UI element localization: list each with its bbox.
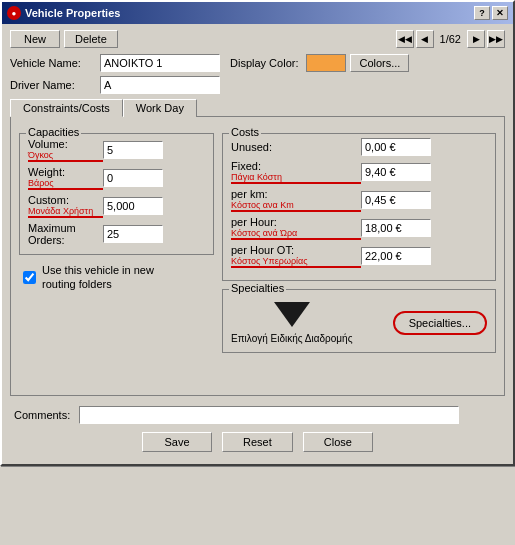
checkbox-row: Use this vehicle in newrouting folders: [23, 263, 214, 292]
delete-button[interactable]: Delete: [64, 30, 118, 48]
per-hour-input[interactable]: [361, 219, 431, 237]
costs-group-label: Costs: [229, 126, 261, 138]
specialties-group-label: Specialties: [229, 282, 286, 294]
save-button[interactable]: Save: [142, 432, 212, 452]
toolbar-left: New Delete: [10, 30, 118, 48]
tabs-bar: Constraints/Costs Work Day: [10, 98, 505, 116]
per-km-row: per km: Κόστος ανα Κm: [231, 188, 487, 212]
arrow-label: Επιλογή Ειδικής Διαδρομής: [231, 302, 352, 344]
volume-row: Volume: Όγκος: [28, 138, 205, 162]
reset-button[interactable]: Reset: [222, 432, 293, 452]
window-title: Vehicle Properties: [25, 7, 120, 19]
unused-label: Unused:: [231, 141, 361, 153]
weight-row: Weight: Βάρος: [28, 166, 205, 190]
unused-row: Unused:: [231, 138, 487, 156]
bottom-bar: Save Reset Close: [10, 424, 505, 458]
arrow-icon: [274, 302, 310, 327]
colors-button[interactable]: Colors...: [350, 54, 409, 72]
close-button[interactable]: Close: [303, 432, 373, 452]
specialties-arrow-label: Επιλογή Ειδικής Διαδρομής: [231, 333, 352, 344]
unused-input[interactable]: [361, 138, 431, 156]
tab-work-day[interactable]: Work Day: [123, 99, 197, 117]
per-km-label: per km: Κόστος ανα Κm: [231, 188, 361, 212]
specialties-group: Specialties Επιλογή Ειδικής Διαδρομής Sp…: [222, 289, 496, 353]
driver-name-row: Driver Name:: [10, 76, 505, 94]
comments-label: Comments:: [14, 409, 79, 421]
max-orders-label: Maximum Orders:: [28, 222, 103, 246]
title-buttons: ? ✕: [474, 6, 508, 20]
per-hour-ot-row: per Hour OT: Κόστος Υπερωρίας: [231, 244, 487, 268]
driver-name-input[interactable]: [100, 76, 220, 94]
volume-input[interactable]: [103, 141, 163, 159]
close-window-button[interactable]: ✕: [492, 6, 508, 20]
per-hour-ot-label: per Hour OT: Κόστος Υπερωρίας: [231, 244, 361, 268]
display-color-label: Display Color:: [230, 57, 298, 69]
driver-name-label: Driver Name:: [10, 79, 100, 91]
per-hour-ot-input[interactable]: [361, 247, 431, 265]
nav-last-button[interactable]: ▶▶: [487, 30, 505, 48]
max-orders-row: Maximum Orders:: [28, 222, 205, 246]
specialties-content: Επιλογή Ειδικής Διαδρομής Specialties...: [231, 294, 487, 344]
color-swatch[interactable]: [306, 54, 346, 72]
nav-prev-button[interactable]: ◀: [416, 30, 434, 48]
fixed-label: Fixed: Πάγια Κόστη: [231, 160, 361, 184]
tab-content: Capacities Volume: Όγκος Weight: Βά: [10, 116, 505, 396]
specialties-button[interactable]: Specialties...: [393, 311, 487, 335]
nav-controls: ◀◀ ◀ 1/62 ▶ ▶▶: [396, 30, 505, 48]
costs-group: Costs Unused: Fixed: Πάγι: [222, 133, 496, 281]
max-orders-input[interactable]: [103, 225, 163, 243]
per-hour-label: per Hour: Κόστος ανά Ώρα: [231, 216, 361, 240]
per-km-input[interactable]: [361, 191, 431, 209]
new-button[interactable]: New: [10, 30, 60, 48]
content-area: New Delete ◀◀ ◀ 1/62 ▶ ▶▶ Vehicle Name: …: [2, 24, 513, 464]
per-hour-row: per Hour: Κόστος ανά Ώρα: [231, 216, 487, 240]
routing-checkbox-label: Use this vehicle in newrouting folders: [42, 263, 154, 292]
fixed-row: Fixed: Πάγια Κόστη: [231, 160, 487, 184]
two-column-layout: Capacities Volume: Όγκος Weight: Βά: [19, 125, 496, 353]
window-icon: ●: [7, 6, 21, 20]
weight-label: Weight: Βάρος: [28, 166, 103, 190]
routing-checkbox[interactable]: [23, 271, 36, 284]
left-column: Capacities Volume: Όγκος Weight: Βά: [19, 125, 214, 353]
comments-input[interactable]: [79, 406, 459, 424]
vehicle-name-label: Vehicle Name:: [10, 57, 100, 69]
nav-next-button[interactable]: ▶: [467, 30, 485, 48]
comments-row: Comments:: [14, 406, 505, 424]
custom-input[interactable]: [103, 197, 163, 215]
help-button[interactable]: ?: [474, 6, 490, 20]
title-bar: ● Vehicle Properties ? ✕: [2, 2, 513, 24]
custom-label: Custom: Μονάδα Χρήστη: [28, 194, 103, 218]
title-bar-left: ● Vehicle Properties: [7, 6, 120, 20]
volume-label: Volume: Όγκος: [28, 138, 103, 162]
weight-input[interactable]: [103, 169, 163, 187]
tab-constraints-costs[interactable]: Constraints/Costs: [10, 99, 123, 117]
vehicle-name-row: Vehicle Name: Display Color: Colors...: [10, 54, 505, 72]
right-column: Costs Unused: Fixed: Πάγι: [222, 125, 496, 353]
custom-row: Custom: Μονάδα Χρήστη: [28, 194, 205, 218]
toolbar: New Delete ◀◀ ◀ 1/62 ▶ ▶▶: [10, 30, 505, 48]
nav-counter: 1/62: [436, 33, 465, 45]
capacities-group-label: Capacities: [26, 126, 81, 138]
vehicle-name-input[interactable]: [100, 54, 220, 72]
capacities-group: Capacities Volume: Όγκος Weight: Βά: [19, 133, 214, 255]
nav-first-button[interactable]: ◀◀: [396, 30, 414, 48]
vehicle-properties-window: ● Vehicle Properties ? ✕ New Delete ◀◀ ◀…: [0, 0, 515, 466]
fixed-input[interactable]: [361, 163, 431, 181]
